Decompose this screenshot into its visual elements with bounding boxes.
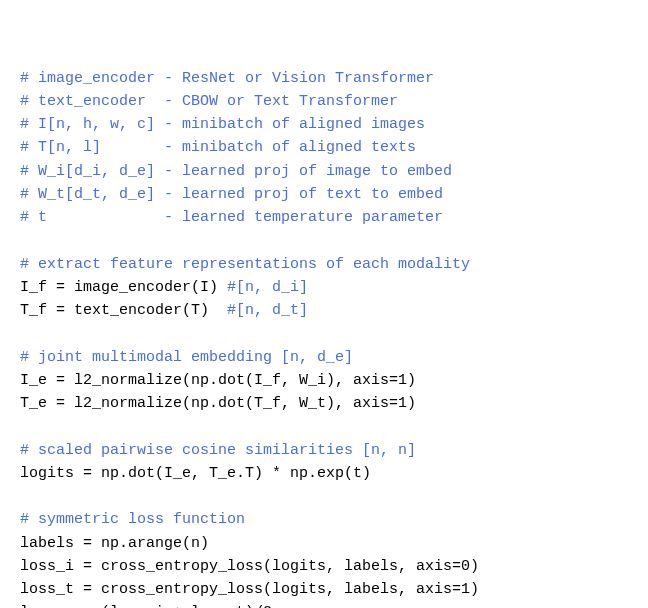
comment-text: # scaled pairwise cosine similarities [n… — [20, 442, 416, 459]
code-line: # extract feature representations of eac… — [20, 253, 628, 276]
comment-text: # image_encoder - ResNet or Vision Trans… — [20, 70, 434, 87]
code-text: T_f = text_encoder(T) — [20, 302, 227, 319]
comment-text: # extract feature representations of eac… — [20, 256, 470, 273]
code-line — [20, 322, 628, 345]
clip-pseudocode-listing: # image_encoder - ResNet or Vision Trans… — [20, 67, 628, 609]
code-line: # I[n, h, w, c] - minibatch of aligned i… — [20, 113, 628, 136]
code-text: loss = (loss_i + loss_t)/2 — [20, 604, 272, 608]
code-line — [20, 415, 628, 438]
code-line: # T[n, l] - minibatch of aligned texts — [20, 136, 628, 159]
comment-text: # joint multimodal embedding [n, d_e] — [20, 349, 353, 366]
code-line: # image_encoder - ResNet or Vision Trans… — [20, 67, 628, 90]
comment-text: # I[n, h, w, c] - minibatch of aligned i… — [20, 116, 425, 133]
comment-text: # T[n, l] - minibatch of aligned texts — [20, 139, 416, 156]
comment-text: # t - learned temperature parameter — [20, 209, 443, 226]
code-line: # joint multimodal embedding [n, d_e] — [20, 346, 628, 369]
code-line: # symmetric loss function — [20, 508, 628, 531]
code-text: loss_i = cross_entropy_loss(logits, labe… — [20, 558, 479, 575]
comment-text: # W_i[d_i, d_e] - learned proj of image … — [20, 163, 452, 180]
code-line: # scaled pairwise cosine similarities [n… — [20, 439, 628, 462]
code-line: loss_t = cross_entropy_loss(logits, labe… — [20, 578, 628, 601]
code-line: # text_encoder - CBOW or Text Transforme… — [20, 90, 628, 113]
code-text: logits = np.dot(I_e, T_e.T) * np.exp(t) — [20, 465, 371, 482]
code-line: I_f = image_encoder(I) #[n, d_i] — [20, 276, 628, 299]
code-text: labels = np.arange(n) — [20, 535, 209, 552]
code-line — [20, 485, 628, 508]
code-line: I_e = l2_normalize(np.dot(I_f, W_i), axi… — [20, 369, 628, 392]
comment-text: # symmetric loss function — [20, 511, 245, 528]
code-line: loss = (loss_i + loss_t)/2 — [20, 601, 628, 608]
code-text: I_e = l2_normalize(np.dot(I_f, W_i), axi… — [20, 372, 416, 389]
code-line: logits = np.dot(I_e, T_e.T) * np.exp(t) — [20, 462, 628, 485]
code-text: I_f = image_encoder(I) — [20, 279, 227, 296]
code-text: T_e = l2_normalize(np.dot(T_f, W_t), axi… — [20, 395, 416, 412]
code-line: T_f = text_encoder(T) #[n, d_t] — [20, 299, 628, 322]
code-text: loss_t = cross_entropy_loss(logits, labe… — [20, 581, 479, 598]
code-line: T_e = l2_normalize(np.dot(T_f, W_t), axi… — [20, 392, 628, 415]
comment-text: #[n, d_i] — [227, 279, 308, 296]
comment-text: # W_t[d_t, d_e] - learned proj of text t… — [20, 186, 443, 203]
code-line — [20, 229, 628, 252]
comment-text: # text_encoder - CBOW or Text Transforme… — [20, 93, 398, 110]
code-line: labels = np.arange(n) — [20, 532, 628, 555]
code-line: # t - learned temperature parameter — [20, 206, 628, 229]
code-line: # W_t[d_t, d_e] - learned proj of text t… — [20, 183, 628, 206]
code-line: # W_i[d_i, d_e] - learned proj of image … — [20, 160, 628, 183]
comment-text: #[n, d_t] — [227, 302, 308, 319]
code-line: loss_i = cross_entropy_loss(logits, labe… — [20, 555, 628, 578]
